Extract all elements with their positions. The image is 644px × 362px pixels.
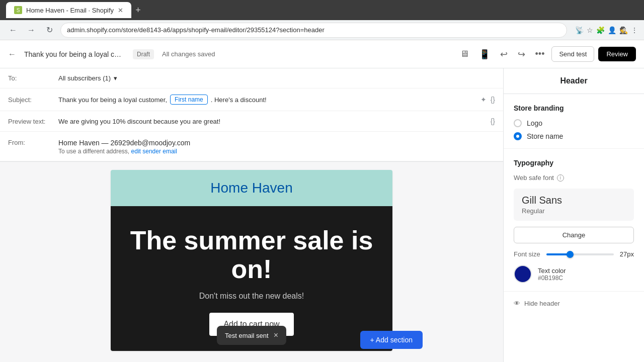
preview-emoji-icon[interactable]: {} xyxy=(491,117,495,125)
text-color-info: Text color #0B198C xyxy=(538,267,566,282)
text-color-label: Text color xyxy=(538,267,566,275)
bookmark-icon[interactable]: ☆ xyxy=(587,26,593,34)
store-branding-section: Store branding Logo Store name xyxy=(504,94,644,149)
subject-label: Subject: xyxy=(8,96,58,104)
address-text: admin.shopify.com/store/de8143-a6/apps/s… xyxy=(67,26,325,34)
to-field: To: All subscribers (1) ▾ xyxy=(0,68,503,88)
first-name-pill[interactable]: First name xyxy=(170,95,208,105)
subject-suffix: . Here's a discount! xyxy=(211,96,267,104)
toast-notification: Test email sent × xyxy=(217,326,286,345)
change-font-button[interactable]: Change xyxy=(514,227,634,243)
review-button[interactable]: Review xyxy=(598,47,636,61)
logo-radio-label: Logo xyxy=(527,119,542,127)
to-label: To: xyxy=(8,74,58,82)
font-size-value: 27px xyxy=(620,250,634,258)
email-body: Home Haven The summer sale is on! Don't … xyxy=(111,170,392,351)
from-container: Home Haven — 26929deb@moodjoy.com To use… xyxy=(58,139,190,155)
tab-close-icon[interactable]: ✕ xyxy=(118,7,123,14)
preview-field: Preview text: We are giving you 10% disc… xyxy=(0,111,503,132)
header-actions: 🖥 📱 ↩ ↪ ••• Send test Review xyxy=(457,46,636,63)
send-test-button[interactable]: Send test xyxy=(551,46,594,62)
from-sub-text: To use a different address, edit sender … xyxy=(58,148,190,155)
text-color-hex: #0B198C xyxy=(538,275,566,282)
from-label: From: xyxy=(8,139,58,146)
to-dropdown-icon[interactable]: ▾ xyxy=(114,74,117,82)
subject-icons: ✦ {} xyxy=(480,96,495,104)
email-fields: To: All subscribers (1) ▾ Subject: Thank… xyxy=(0,68,503,162)
store-branding-title: Store branding xyxy=(514,104,634,112)
mobile-view-button[interactable]: 📱 xyxy=(476,46,493,63)
app-header: ← Thank you for being a loyal custome...… xyxy=(0,40,644,68)
web-safe-info-icon[interactable]: i xyxy=(557,174,564,182)
address-bar[interactable]: admin.shopify.com/store/de8143-a6/apps/s… xyxy=(60,23,567,38)
editor-area: To: All subscribers (1) ▾ Subject: Thank… xyxy=(0,68,503,362)
desktop-view-button[interactable]: 🖥 xyxy=(457,46,472,62)
emoji-icon[interactable]: {} xyxy=(491,96,495,104)
logo-radio-item[interactable]: Logo xyxy=(514,119,634,127)
from-field: From: Home Haven — 26929deb@moodjoy.com … xyxy=(0,132,503,161)
branding-radio-group: Logo Store name xyxy=(514,119,634,140)
logo-radio-circle[interactable] xyxy=(514,119,522,127)
subject-field: Subject: Thank you for being a loyal cus… xyxy=(0,88,503,111)
web-safe-label: Web safe font xyxy=(514,174,554,182)
font-size-slider[interactable] xyxy=(546,253,614,255)
more-options-button[interactable]: ••• xyxy=(532,46,548,62)
saved-status: All changes saved xyxy=(162,50,215,58)
preview-label: Preview text: xyxy=(8,118,58,125)
redo-button[interactable]: ↪ xyxy=(515,46,528,63)
toast-close-button[interactable]: × xyxy=(274,331,278,340)
browser-controls: ← → ↻ admin.shopify.com/store/de8143-a6/… xyxy=(0,20,644,40)
personalize-icon[interactable]: ✦ xyxy=(480,96,487,104)
cast-icon[interactable]: 📡 xyxy=(575,26,584,34)
edit-sender-link[interactable]: edit sender email xyxy=(131,148,177,155)
add-section-button[interactable]: + Add section xyxy=(360,331,423,349)
forward-button[interactable]: → xyxy=(24,23,38,37)
typography-title: Typography xyxy=(514,159,634,167)
store-name-radio-label: Store name xyxy=(527,132,563,140)
email-store-name: Home Haven xyxy=(121,180,382,196)
tab-title: Home Haven - Email · Shopify xyxy=(26,7,114,14)
email-header-section[interactable]: Home Haven xyxy=(111,170,392,206)
text-color-swatch[interactable] xyxy=(514,265,532,283)
sidebar-title: Header xyxy=(504,68,644,94)
font-style: Regular xyxy=(522,207,626,215)
from-value: Home Haven — 26929deb@moodjoy.com xyxy=(58,139,190,147)
back-to-emails-icon[interactable]: ← xyxy=(8,50,16,59)
right-sidebar: Header Store branding Logo Store name Ty… xyxy=(503,68,644,362)
preview-value[interactable]: We are giving you 10% discount because y… xyxy=(58,118,491,125)
hide-header-row[interactable]: 👁 Hide header xyxy=(504,292,644,315)
undo-button[interactable]: ↩ xyxy=(497,46,511,63)
main-layout: To: All subscribers (1) ▾ Subject: Thank… xyxy=(0,68,644,362)
tab-favicon: S xyxy=(14,6,22,14)
menu-icon[interactable]: ⋮ xyxy=(631,26,638,34)
to-value[interactable]: All subscribers (1) ▾ xyxy=(58,74,495,82)
font-size-row: Font size 27px xyxy=(514,250,634,258)
extensions-icon[interactable]: 🧩 xyxy=(596,26,605,34)
subject-value[interactable]: Thank you for being a loyal customer, Fi… xyxy=(58,95,480,105)
subject-prefix: Thank you for being a loyal customer, xyxy=(58,96,167,104)
browser-action-icons: 📡 ☆ 🧩 👤 🕵 ⋮ xyxy=(575,26,638,34)
browser-chrome: S Home Haven - Email · Shopify ✕ + xyxy=(0,0,644,20)
preview-icons: {} xyxy=(491,117,495,125)
font-size-slider-container[interactable] xyxy=(546,253,614,255)
hide-header-label: Hide header xyxy=(524,300,560,307)
store-name-radio-item[interactable]: Store name xyxy=(514,132,634,140)
profile-icon[interactable]: 👤 xyxy=(608,26,616,34)
web-safe-row: Web safe font i xyxy=(514,174,634,182)
text-color-row: Text color #0B198C xyxy=(514,265,634,283)
back-button[interactable]: ← xyxy=(6,23,20,37)
toast-message: Test email sent xyxy=(225,332,269,339)
refresh-button[interactable]: ↻ xyxy=(42,23,56,37)
font-display: Gill Sans Regular xyxy=(514,189,634,221)
browser-tab[interactable]: S Home Haven - Email · Shopify ✕ xyxy=(6,2,131,18)
new-tab-button[interactable]: + xyxy=(135,5,141,16)
typography-section: Typography Web safe font i Gill Sans Reg… xyxy=(504,149,644,292)
font-name: Gill Sans xyxy=(522,195,626,206)
store-name-radio-circle[interactable] xyxy=(514,132,522,140)
incognito-icon[interactable]: 🕵 xyxy=(619,26,628,34)
font-size-label: Font size xyxy=(514,250,540,258)
eye-icon: 👁 xyxy=(514,300,520,307)
slider-thumb[interactable] xyxy=(567,251,574,258)
email-title: Thank you for being a loyal custome... xyxy=(24,50,125,58)
email-preview: Home Haven The summer sale is on! Don't … xyxy=(0,162,503,359)
